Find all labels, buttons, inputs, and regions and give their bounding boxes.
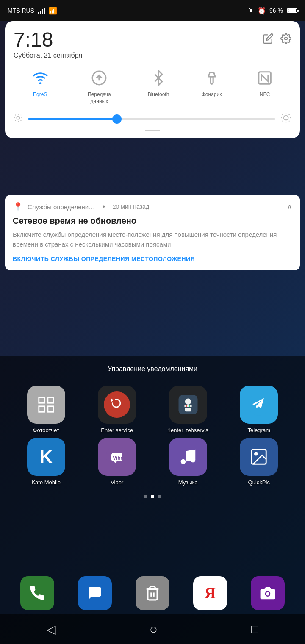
svg-rect-25 — [39, 397, 44, 403]
svg-line-20 — [289, 121, 290, 122]
svg-point-7 — [17, 117, 19, 119]
brightness-high-icon — [280, 112, 291, 125]
dock-trash[interactable] — [136, 576, 169, 610]
dock: Я — [0, 576, 305, 610]
phone-icon — [20, 576, 54, 610]
notif-app-name: Службы определени… — [28, 203, 95, 211]
svg-point-41 — [255, 452, 258, 455]
gear-icon[interactable] — [280, 33, 291, 46]
dock-yandex[interactable]: Я — [193, 576, 227, 610]
toggle-wifi-label: EgreS — [33, 92, 47, 98]
svg-point-45 — [266, 592, 269, 596]
svg-text:Viber: Viber — [113, 455, 126, 461]
qs-header-icons — [263, 33, 291, 46]
app-kate[interactable]: K Kate Mobile — [13, 438, 80, 486]
app-quickpic[interactable]: QuickPic — [226, 438, 293, 486]
dot-3 — [158, 495, 161, 498]
home-button[interactable]: ○ — [150, 622, 158, 637]
notif-time: 20 мин назад — [113, 203, 149, 210]
toggle-nfc-label: NFC — [260, 92, 270, 98]
notif-body: Включите службы определения место-положе… — [13, 230, 292, 249]
svg-point-38 — [181, 459, 186, 464]
camera-icon — [251, 576, 285, 610]
telegram-icon — [240, 386, 278, 424]
notif-action-button[interactable]: ВКЛЮЧИТЬ СЛУЖБЫ ОПРЕДЕЛЕНИЯ МЕСТОПОЛОЖЕН… — [13, 255, 292, 264]
app-enter-service[interactable]: Enter service — [84, 386, 151, 433]
svg-point-30 — [185, 399, 191, 405]
notif-separator: • — [103, 203, 105, 211]
svg-rect-32 — [185, 408, 191, 411]
brightness-low-icon — [14, 113, 23, 125]
pencil-icon[interactable] — [263, 33, 274, 46]
manage-notifications-label[interactable]: Управление уведомлениями — [0, 365, 305, 373]
telegram-label: Telegram — [248, 427, 270, 433]
wifi-status-icon: 📶 — [49, 7, 57, 15]
back-button[interactable]: ◁ — [47, 622, 56, 636]
dock-phone[interactable] — [20, 576, 54, 610]
dock-camera[interactable] — [251, 576, 285, 610]
app-viber[interactable]: Viber Viber — [84, 438, 151, 486]
page-indicator — [0, 495, 305, 498]
eye-icon: 👁 — [247, 7, 254, 14]
1enter-icon — [169, 386, 207, 424]
app-fotoотчет[interactable]: Фотоотчет — [13, 386, 80, 433]
bluetooth-icon — [147, 67, 169, 89]
app-telegram[interactable]: Telegram — [226, 386, 293, 433]
qs-toggles-row: EgreS 1 Передача данных Bluetooth — [14, 67, 291, 105]
svg-point-33 — [186, 405, 187, 407]
battery-percent: 96 % — [269, 7, 283, 14]
notif-header: 📍 Службы определени… • 20 мин назад ∧ — [13, 202, 292, 212]
recent-button[interactable]: □ — [251, 622, 258, 636]
svg-rect-27 — [39, 406, 44, 412]
svg-line-15 — [21, 115, 21, 115]
flashlight-icon — [201, 67, 223, 89]
app-music[interactable]: Музыка — [155, 438, 222, 486]
music-label: Музыка — [178, 479, 198, 486]
toggle-wifi[interactable]: EgreS — [29, 67, 51, 105]
enter-service-label: Enter service — [101, 427, 133, 433]
svg-line-23 — [283, 121, 283, 122]
chevron-up-icon[interactable]: ∧ — [287, 202, 292, 211]
notif-title: Сетевое время не обновлено — [13, 216, 292, 226]
svg-point-34 — [189, 405, 191, 407]
qs-time: 7:18 — [14, 30, 82, 50]
svg-rect-31 — [184, 405, 192, 407]
status-left: MTS RUS 📶 — [8, 7, 57, 15]
trash-icon — [136, 576, 169, 610]
status-bar: MTS RUS 📶 👁 ⏰ 96 % — [0, 0, 305, 21]
toggle-flashlight-label: Фонарик — [202, 92, 222, 98]
toggle-bluetooth-label: Bluetooth — [148, 92, 169, 98]
dock-messages[interactable] — [78, 576, 112, 610]
brightness-slider[interactable] — [28, 118, 275, 120]
svg-line-14 — [15, 120, 16, 121]
app-grid: Фотоотчет Enter service — [0, 381, 305, 490]
svg-line-10 — [15, 115, 16, 115]
notification-card: 📍 Службы определени… • 20 мин назад ∧ Се… — [5, 195, 300, 270]
quick-settings-panel: 7:18 Суббота, 21 сентября — [5, 21, 300, 138]
toggle-bluetooth[interactable]: Bluetooth — [147, 67, 169, 105]
status-right: 👁 ⏰ 96 % — [247, 7, 297, 15]
toggle-data-label: Передача данных — [82, 92, 116, 105]
alarm-icon: ⏰ — [258, 7, 266, 15]
svg-point-0 — [285, 37, 288, 40]
svg-text:1: 1 — [97, 74, 101, 80]
viber-label: Viber — [111, 479, 123, 486]
brightness-row — [14, 112, 291, 125]
music-icon — [169, 438, 207, 476]
qs-date: Суббота, 21 сентября — [14, 52, 82, 59]
svg-rect-26 — [48, 397, 53, 403]
yandex-icon: Я — [193, 576, 227, 610]
dot-2 — [151, 495, 154, 498]
svg-line-11 — [21, 120, 21, 121]
wifi-icon — [29, 67, 51, 89]
1enter-label: 1enter_tehservis — [168, 427, 208, 433]
kate-icon: K — [27, 438, 65, 476]
fotoотчет-label: Фотоотчет — [33, 427, 59, 433]
qs-header: 7:18 Суббота, 21 сентября — [14, 30, 291, 59]
app-1enter[interactable]: 1enter_tehservis — [155, 386, 222, 433]
toggle-nfc[interactable]: NFC — [254, 67, 276, 105]
toggle-flashlight[interactable]: Фонарик — [201, 67, 223, 105]
notif-header-left: 📍 Службы определени… • 20 мин назад — [13, 202, 149, 212]
messages-icon — [78, 576, 112, 610]
toggle-data[interactable]: 1 Передача данных — [82, 67, 116, 105]
